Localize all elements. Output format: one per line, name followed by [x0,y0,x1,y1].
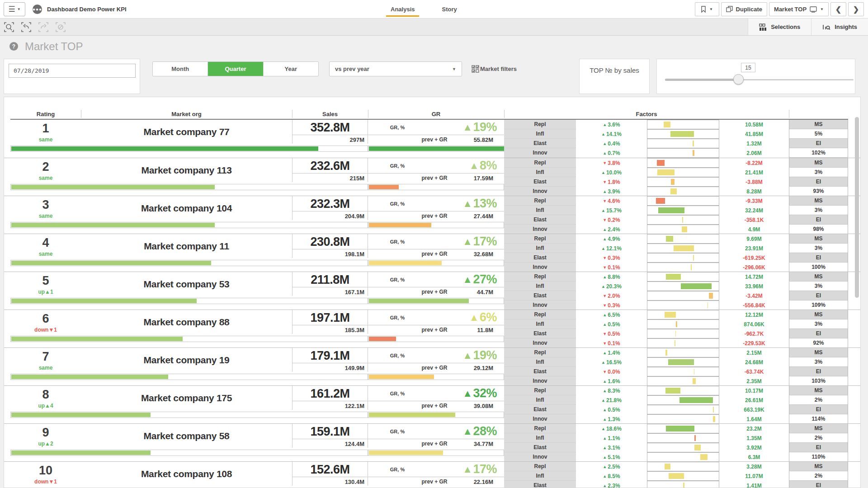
factor-arrow-icon: ▼ [603,332,607,336]
factor-label: Innov [504,338,576,348]
factor-pct: ▲ 8.8% [576,272,647,282]
factor-value: -3.88M [719,177,789,187]
bookmark-button[interactable]: ▼ [695,2,719,16]
table-row[interactable]: 4 same Market company 11 230.8M 198.1M p… [4,234,861,272]
factor-value: -556.84K [719,300,789,310]
vertical-scrollbar[interactable] [855,117,859,298]
header-rating[interactable]: Rating [10,109,81,119]
header-sales[interactable]: Sales [292,109,368,119]
factor-pct-value: 4.6% [608,198,620,204]
factor-bar-cell [647,148,719,158]
table-row[interactable]: 3 same Market company 104 232.3M 204.9M … [4,196,861,234]
factor-bar-cell [647,177,719,187]
factor-pct: ▲ 8.3% [576,386,647,395]
table-row[interactable]: 10 down▼1 Market company 108 152.6M 130.… [4,461,861,488]
duplicate-label: Duplicate [736,6,763,13]
factor-label: Repl [504,272,576,282]
factor-pct-value: 0.7% [608,150,620,156]
factor-value: -3.42M [719,291,789,300]
help-icon[interactable]: ? [9,42,18,51]
ei-value: 93% [789,187,848,196]
factor-label: Elast [504,139,576,148]
next-sheet-button[interactable]: ❯ [848,2,864,16]
sheet-selector-button[interactable]: Market TOP ▼ [769,2,829,16]
header-factors[interactable]: Factors [504,109,789,119]
factor-label: Infl [504,244,576,253]
table-row[interactable]: 7 same Market company 19 179.1M 149.9M p… [4,347,861,385]
factor-row: Innov ▲ 1.3% 1.64M [4,414,861,424]
factor-value: -358.1K [719,215,789,225]
table-row[interactable]: 9 up▲2 Market company 58 159.1M 124.4M p… [4,423,861,461]
factor-label: Innov [504,452,576,462]
tab-analysis[interactable]: Analysis [389,0,416,19]
ms-label: MS [789,272,848,282]
insights-button[interactable]: Insights [811,19,868,35]
factor-pct-value: 0.1% [608,264,620,271]
factor-pct: ▲ 0.4% [576,139,647,148]
factor-bar [713,416,715,422]
factor-bar-cell [647,272,719,282]
factor-bar [693,141,694,146]
factor-bar [665,350,668,356]
step-back-icon[interactable] [20,21,33,33]
prev-sheet-button[interactable]: ❮ [830,2,846,16]
factor-label: Repl [504,386,576,395]
slider-value: 15 [741,63,755,72]
factor-arrow-icon: ▲ [603,389,607,393]
factor-pct-value: 21.8% [606,397,622,404]
compare-dropdown[interactable]: vs prev year ▼ [329,61,462,76]
selections-button[interactable]: Selections [748,19,811,35]
chevron-down-icon: ▼ [709,7,713,11]
factor-bar-cell [647,319,719,329]
factor-bar-cell [647,120,719,129]
global-menu-button[interactable]: ☰ ▼ [4,2,25,16]
factor-value: -8.22M [719,158,789,168]
factor-bar [676,321,677,327]
factor-arrow-icon: ▲ [603,151,607,155]
step-forward-icon[interactable] [37,21,50,33]
top-n-label: TOP № by sales [580,66,649,74]
factor-row: Elast ▲ 0.4% 1.32M [4,139,861,148]
ei-label: EI [789,405,848,414]
factor-row: Innov ▼ 0.3% -556.84K [4,300,861,310]
factor-row: Repl ▲ 4.9% 9.69M [4,234,861,244]
period-quarter-button[interactable]: Quarter [208,62,263,76]
factor-pct-value: 10.0% [606,169,622,176]
selections-search-icon[interactable] [3,21,15,33]
factor-value: 11.07M [719,471,789,481]
header-gr[interactable]: GR [368,109,504,119]
factor-pct-value: 1.4% [608,350,620,356]
ei-value: 103% [789,376,848,386]
factor-label: Innov [504,300,576,310]
table-row[interactable]: 5 up▲1 Market company 53 211.8M 167.1M p… [4,272,861,310]
tab-story[interactable]: Story [440,0,458,19]
app-options-icon[interactable]: ●●● [33,5,42,14]
table-row[interactable]: 6 down▼1 Market company 88 197.1M 185.3M… [4,310,861,347]
chevron-down-icon: ▼ [820,7,824,11]
factor-bar [670,131,694,137]
table-row[interactable]: 8 up▲4 Market company 175 161.2M 122.1M … [4,385,861,423]
duplicate-button[interactable]: Duplicate [721,2,768,16]
factor-bar-cell [647,386,719,395]
header-market-org[interactable]: Market org [81,109,292,119]
factor-row: Repl ▲ 6.5% 12.12M [4,310,861,319]
table-row[interactable]: 2 same Market company 113 232.6M 215M pr… [4,158,861,196]
period-month-button[interactable]: Month [153,62,208,76]
factor-arrow-icon: ▲ [603,313,607,317]
clear-selections-icon[interactable] [54,21,67,33]
factor-arrow-icon: ▲ [603,465,607,469]
slider-thumb[interactable] [733,74,744,84]
market-filters-button[interactable]: Market filters [472,65,517,73]
factor-bar-cell [647,225,719,234]
factor-value: 26.61M [719,395,789,405]
factor-pct: ▲ 4.9% [576,234,647,244]
period-year-button[interactable]: Year [264,62,318,76]
factor-pct-value: 14.1% [606,131,622,137]
factor-arrow-icon: ▲ [603,436,607,441]
factor-arrow-icon: ▲ [603,417,607,422]
date-input[interactable]: 07/28/2019 [9,64,136,78]
table-row[interactable]: 1 same Market company 77 352.8M 297M pre… [4,120,861,158]
factor-row: Repl ▼ 3.8% -8.22M [4,158,861,168]
factor-value: -63.74K [719,367,789,376]
factor-bar-cell [647,395,719,405]
